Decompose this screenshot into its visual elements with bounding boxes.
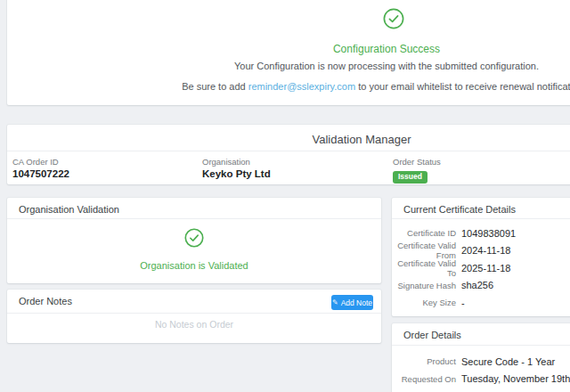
detail-value: Tuesday, November 19th 2024 (461, 373, 570, 384)
detail-row-requested-on: Requested On Tuesday, November 19th 2024 (392, 371, 570, 388)
reminder-email-link[interactable]: reminder@sslexpiry.com (248, 81, 355, 92)
detail-value: 2025-11-18 (461, 263, 510, 274)
status-badge: Issued (393, 171, 428, 184)
field-ca-order-id: CA Order ID 1047507222 (12, 157, 69, 180)
page-title: Validation Manager (7, 133, 570, 146)
whitelist-prefix: Be sure to add (182, 81, 248, 92)
detail-value: - (461, 298, 465, 308)
panel-header: Current Certificate Details (392, 198, 570, 218)
panel-title: Organisation Validation (19, 204, 119, 215)
panel-title: Order Details (403, 330, 461, 340)
divider (392, 218, 570, 219)
detail-label: Product (392, 356, 456, 366)
detail-label: Requested On (392, 374, 456, 384)
banner-whitelist-note: Be sure to add reminder@sslexpiry.com to… (7, 81, 570, 92)
panel-header: Order Notes (7, 290, 381, 310)
detail-value: Secure Code - 1 Year (461, 356, 555, 367)
validation-manager-panel: Validation Manager CA Order ID 104750722… (7, 125, 570, 184)
detail-label: Signature Hash (392, 281, 456, 290)
field-organisation: Organisation Keyko Pty Ltd (202, 157, 271, 180)
detail-rows: Certificate ID 1049838091 Certificate Va… (392, 225, 570, 312)
add-note-label: Add Note (341, 298, 372, 307)
field-order-status: Order Status Issued (393, 157, 441, 184)
divider (7, 313, 381, 314)
banner-title: Configuration Success (7, 43, 570, 55)
detail-value: 2024-11-18 (461, 245, 510, 256)
panel-header: Organisation Validation (7, 198, 381, 218)
detail-label: Key Size (392, 298, 456, 307)
validated-check-icon (184, 228, 204, 248)
detail-label: Certificate ID (392, 228, 456, 238)
detail-label: Certificate Valid To (392, 258, 456, 278)
divider (7, 151, 570, 151)
order-notes-panel: Order Notes ✎ Add Note No Notes on Order (7, 290, 381, 343)
field-value: Keyko Pty Ltd (202, 168, 271, 180)
detail-rows: Product Secure Code - 1 Year Requested O… (392, 353, 570, 388)
page: Configuration Success Your Configuration… (0, 0, 570, 392)
detail-row-signature-hash: Signature Hash sha256 (392, 277, 570, 295)
success-check-icon (383, 8, 404, 29)
detail-row-certificate-id: Certificate ID 1049838091 (392, 225, 570, 242)
validation-status-text: Organisation is Validated (7, 260, 381, 271)
detail-row-valid-from: Certificate Valid From 2024-11-18 (392, 242, 570, 260)
detail-value: 1049838091 (461, 228, 516, 239)
panel-title: Current Certificate Details (403, 204, 516, 215)
field-label: Organisation (202, 157, 271, 167)
order-details-panel: Order Details Product Secure Code - 1 Ye… (392, 323, 570, 392)
detail-row-key-size: Key Size - (392, 294, 570, 312)
field-label: CA Order ID (12, 157, 69, 167)
organisation-validation-panel: Organisation Validation Organisation is … (7, 198, 381, 283)
divider (392, 345, 570, 346)
detail-row-product: Product Secure Code - 1 Year (392, 353, 570, 371)
banner-message: Your Configuration is now processing wit… (7, 61, 570, 71)
detail-value: sha256 (461, 280, 493, 290)
panel-title: Order Notes (19, 296, 72, 306)
panel-header: Order Details (392, 323, 570, 344)
certificate-details-panel: Current Certificate Details Certificate … (392, 198, 570, 316)
field-label: Order Status (393, 157, 441, 167)
detail-row-valid-to: Certificate Valid To 2025-11-18 (392, 259, 570, 277)
field-value: 1047507222 (12, 168, 69, 180)
configuration-success-panel: Configuration Success Your Configuration… (7, 0, 570, 105)
pencil-icon: ✎ (332, 299, 338, 306)
empty-notes-text: No Notes on Order (7, 319, 381, 330)
divider (7, 218, 381, 219)
add-note-button[interactable]: ✎ Add Note (331, 295, 373, 310)
whitelist-suffix: to your email whitelist to receive renew… (355, 81, 570, 92)
